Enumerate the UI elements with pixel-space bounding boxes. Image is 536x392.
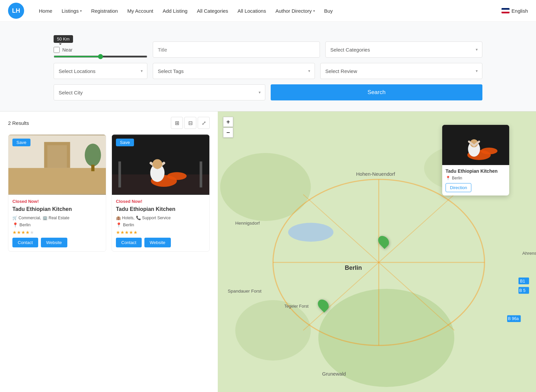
zoom-in-button[interactable]: +	[223, 117, 233, 127]
listing-card: Save Closed Now! Tadu Ethiopian Kitchen …	[8, 134, 106, 252]
nav-registration[interactable]: Registration	[87, 5, 122, 16]
results-map[interactable]: Hohen-Neuendorf Panketal Hennigsdorf Spa…	[218, 111, 536, 392]
listing-card-2: Save Closed Now! Tadu Ethiopian Kitchen …	[112, 134, 210, 252]
card-image-2: Save	[112, 135, 209, 195]
listing-categories-1: 🛒 Commercial, 🏢 Real Estate	[12, 216, 102, 220]
author-directory-chevron-icon: ▾	[313, 9, 315, 13]
direction-button[interactable]: Direction	[446, 183, 471, 192]
search-section: 50 Km Near Select Categories ▾ Select Lo…	[0, 22, 536, 111]
location-pin-icon-1: 📍	[12, 222, 18, 228]
review-container: Select Review ▾	[320, 63, 482, 79]
stars-1: ★★★★★	[12, 230, 102, 235]
svg-text:Grunewald: Grunewald	[322, 371, 346, 377]
svg-rect-15	[118, 161, 121, 187]
popup-location: 📍 Berlin	[446, 176, 506, 180]
search-button[interactable]: Search	[271, 84, 482, 100]
nav-all-locations[interactable]: All Locations	[233, 5, 270, 16]
navbar-right: English	[501, 8, 528, 14]
city-select[interactable]: Select City	[54, 84, 265, 100]
popup-body: Tadu Ethiopian Kitchen 📍 Berlin Directio…	[442, 165, 509, 195]
map-popup: Tadu Ethiopian Kitchen 📍 Berlin Directio…	[442, 125, 509, 195]
distance-slider[interactable]	[54, 56, 147, 58]
svg-text:B1: B1	[520, 279, 525, 284]
listing-location-2: 📍 Berlin	[116, 222, 205, 228]
svg-text:Ahrensfelde: Ahrensfelde	[522, 251, 536, 256]
near-control: 50 Km Near	[54, 35, 147, 58]
view-controls: ⊞ ⊟ ⤢	[171, 117, 210, 129]
svg-point-18	[220, 153, 311, 221]
popup-title: Tadu Ethiopian Kitchen	[446, 168, 506, 174]
locations-container: Select Locations ▾	[54, 63, 147, 79]
svg-text:B 96a: B 96a	[508, 316, 519, 321]
svg-text:Hohen-Neuendorf: Hohen-Neuendorf	[356, 171, 395, 177]
svg-rect-4	[47, 145, 67, 168]
flag-icon	[501, 8, 510, 13]
save-button-2[interactable]: Save	[116, 139, 134, 146]
nav-all-categories[interactable]: All Categories	[193, 5, 232, 16]
svg-point-44	[481, 148, 497, 154]
listing-categories-2: 🏨 Hotels, 📞 Support Service	[116, 216, 205, 220]
results-left: 2 Results ⊞ ⊟ ⤢	[0, 111, 218, 392]
svg-rect-16	[200, 161, 202, 187]
results-section: 2 Results ⊞ ⊟ ⤢	[0, 111, 536, 392]
logo[interactable]: LH	[8, 3, 24, 19]
save-button-1[interactable]: Save	[12, 139, 30, 146]
categories-select[interactable]: Select Categories	[325, 42, 482, 58]
svg-point-5	[85, 144, 101, 166]
nav-home[interactable]: Home	[35, 5, 56, 16]
svg-point-10	[167, 172, 187, 180]
listings-grid: Save Closed Now! Tadu Ethiopian Kitchen …	[8, 134, 210, 252]
svg-text:B 5: B 5	[519, 288, 526, 293]
language-selector[interactable]: English	[501, 8, 528, 14]
grid-view-2-button[interactable]: ⊞	[171, 117, 183, 129]
popup-location-icon: 📍	[446, 176, 451, 180]
review-select[interactable]: Select Review	[320, 63, 482, 79]
closed-label-1: Closed Now!	[12, 199, 102, 204]
title-input[interactable]	[153, 42, 320, 58]
contact-button-2[interactable]: Contact	[116, 238, 142, 247]
svg-point-22	[288, 223, 333, 242]
map-controls: + −	[223, 117, 233, 138]
nav-author-directory[interactable]: Author Directory ▾	[271, 5, 319, 16]
website-button-2[interactable]: Website	[144, 238, 171, 247]
grid-view-3-button[interactable]: ⊟	[184, 117, 196, 129]
expand-view-button[interactable]: ⤢	[198, 117, 210, 129]
stars-2: ★★★★★	[116, 230, 205, 235]
near-checkbox[interactable]	[54, 47, 60, 53]
popup-image	[442, 125, 509, 165]
listing-title-1: Tadu Ethiopian Kitchen	[12, 206, 102, 213]
card-actions-2: Contact Website	[116, 238, 205, 247]
near-label: Near	[62, 47, 72, 53]
location-pin-icon-2: 📍	[116, 222, 122, 228]
svg-point-14	[152, 159, 162, 169]
results-count: 2 Results	[8, 120, 29, 126]
card-body-1: Closed Now! Tadu Ethiopian Kitchen 🛒 Com…	[8, 195, 106, 251]
listing-title-2: Tadu Ethiopian Kitchen	[116, 206, 205, 213]
locations-select[interactable]: Select Locations	[54, 63, 147, 79]
svg-text:Berlin: Berlin	[345, 264, 362, 271]
nav-links: Home Listings ▾ Registration My Account …	[35, 5, 501, 16]
zoom-out-button[interactable]: −	[223, 128, 233, 138]
tags-select[interactable]: Select Tags	[153, 63, 315, 79]
svg-text:Tegeler Forst: Tegeler Forst	[284, 304, 309, 309]
listing-location-1: 📍 Berlin	[12, 222, 102, 228]
nav-listings[interactable]: Listings ▾	[58, 5, 86, 16]
tags-container: Select Tags ▾	[153, 63, 315, 79]
nav-add-listing[interactable]: Add Listing	[158, 5, 191, 16]
svg-rect-1	[8, 168, 106, 194]
svg-rect-6	[91, 165, 94, 171]
closed-label-2: Closed Now!	[116, 199, 205, 204]
contact-button-1[interactable]: Contact	[12, 238, 38, 247]
card-body-2: Closed Now! Tadu Ethiopian Kitchen 🏨 Hot…	[112, 195, 209, 251]
nav-my-account[interactable]: My Account	[123, 5, 157, 16]
listings-chevron-icon: ▾	[80, 9, 82, 13]
km-tooltip: 50 Km	[54, 35, 73, 43]
website-button-1[interactable]: Website	[41, 238, 67, 247]
nav-buy[interactable]: Buy	[320, 5, 337, 16]
map-marker-2[interactable]	[318, 299, 328, 312]
svg-point-21	[235, 300, 311, 361]
results-header: 2 Results ⊞ ⊟ ⤢	[8, 117, 210, 129]
map-marker-1[interactable]	[379, 235, 389, 249]
city-container: Select City ▾	[54, 84, 265, 100]
card-actions-1: Contact Website	[12, 238, 102, 247]
